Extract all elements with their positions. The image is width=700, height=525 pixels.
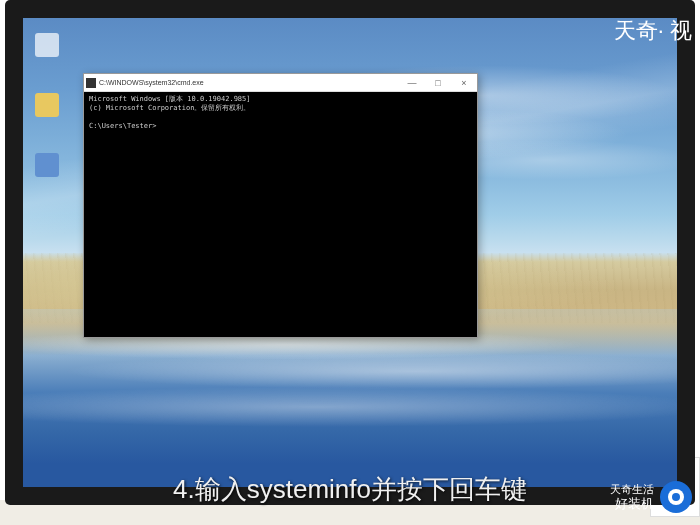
- close-button[interactable]: ×: [457, 78, 471, 88]
- cmd-window[interactable]: C:\WINDOWS\system32\cmd.exe — □ × Micros…: [83, 73, 478, 338]
- cmd-line2: (c) Microsoft Corporation。保留所有权利。: [89, 104, 250, 112]
- eye-inner-icon: [668, 489, 684, 505]
- cmd-titlebar[interactable]: C:\WINDOWS\system32\cmd.exe — □ ×: [84, 74, 477, 92]
- watermark-top-right: 天奇· 视: [606, 12, 700, 50]
- monitor-frame: C:\WINDOWS\system32\cmd.exe — □ × Micros…: [5, 0, 695, 505]
- desktop-icon-3[interactable]: [31, 153, 63, 193]
- watermark-bottom-right: 天奇生活 好装机: [610, 481, 692, 513]
- desktop-wallpaper[interactable]: C:\WINDOWS\system32\cmd.exe — □ × Micros…: [23, 18, 677, 487]
- watermark-line2: 好装机: [615, 496, 654, 512]
- folder-icon: [35, 93, 59, 117]
- minimize-button[interactable]: —: [405, 78, 419, 88]
- watermark-line1: 天奇生活: [610, 483, 654, 496]
- cmd-prompt: C:\Users\Tester>: [89, 122, 156, 130]
- file-icon: [35, 33, 59, 57]
- window-controls: — □ ×: [405, 78, 475, 88]
- cmd-line1: Microsoft Windows [版本 10.0.19042.985]: [89, 95, 251, 103]
- cmd-icon: [86, 78, 96, 88]
- instruction-subtitle: 4.输入systeminfo并按下回车键: [0, 472, 700, 507]
- app-icon: [35, 153, 59, 177]
- desktop-icon-2[interactable]: [31, 93, 63, 133]
- cmd-title: C:\WINDOWS\system32\cmd.exe: [99, 79, 405, 86]
- watermark-text: 天奇生活 好装机: [610, 483, 654, 512]
- eye-logo-icon: [660, 481, 692, 513]
- desktop-icon-1[interactable]: [31, 33, 63, 73]
- maximize-button[interactable]: □: [431, 78, 445, 88]
- cmd-terminal[interactable]: Microsoft Windows [版本 10.0.19042.985] (c…: [84, 92, 477, 337]
